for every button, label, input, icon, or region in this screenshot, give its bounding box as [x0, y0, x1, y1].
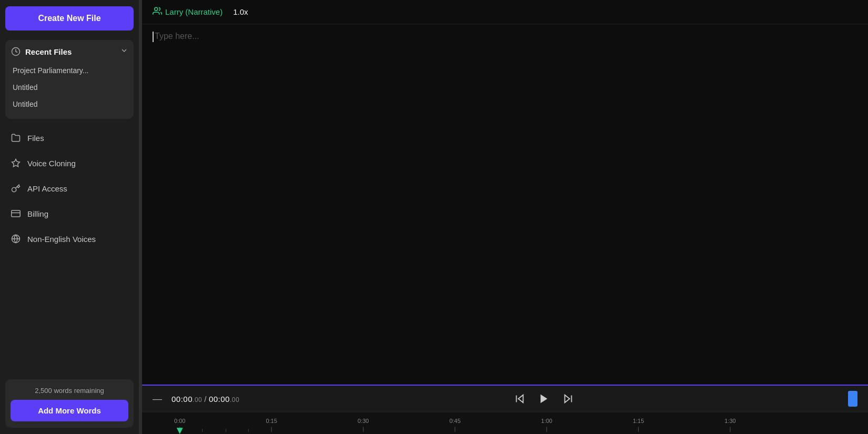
svg-text:1:30: 1:30 — [724, 418, 735, 424]
words-remaining-box: 2,500 words remaining Add More Words — [5, 379, 134, 428]
svg-rect-2 — [12, 210, 21, 217]
create-new-button[interactable]: Create New File — [5, 6, 134, 31]
translate-icon — [11, 234, 21, 244]
main-content: Larry (Narrative) 1.0x Type here... — 00… — [142, 0, 868, 434]
total-time-sub: .00 — [230, 396, 239, 403]
svg-text:1:15: 1:15 — [633, 418, 644, 424]
svg-text:0:30: 0:30 — [358, 418, 369, 424]
sidebar-item-voice-cloning-label: Voice Cloning — [27, 159, 76, 168]
total-time-main: 00:00 — [209, 395, 230, 403]
text-cursor — [153, 32, 154, 42]
transport-controls — [512, 391, 576, 407]
voice-selector[interactable]: Larry (Narrative) — [153, 6, 223, 17]
skip-back-button[interactable] — [512, 391, 528, 407]
sidebar-item-voice-cloning[interactable]: Voice Cloning — [5, 152, 134, 175]
sidebar-item-billing-label: Billing — [27, 209, 48, 218]
sparkles-icon — [11, 158, 21, 168]
recent-files-header[interactable]: Recent Files — [11, 46, 128, 57]
svg-marker-10 — [564, 395, 569, 403]
sidebar-item-files-label: Files — [27, 134, 44, 143]
key-icon — [11, 183, 21, 194]
svg-point-6 — [155, 7, 158, 11]
recent-files-title: Recent Files — [25, 47, 72, 56]
current-time-sub: .00 — [193, 396, 202, 403]
folder-icon — [11, 133, 21, 143]
svg-text:0:15: 0:15 — [266, 418, 277, 424]
speed-selector[interactable]: 1.0x — [233, 7, 248, 16]
recent-files-section: Recent Files Project Parliamentary... Un… — [5, 40, 134, 119]
voice-icon — [153, 6, 162, 17]
add-more-words-button[interactable]: Add More Words — [11, 400, 128, 421]
play-button[interactable] — [536, 391, 552, 407]
sidebar: Create New File Recent Files Proje — [0, 0, 139, 434]
voice-name-label: Larry (Narrative) — [165, 7, 223, 16]
chevron-down-icon — [120, 46, 128, 57]
sidebar-item-api-access[interactable]: API Access — [5, 177, 134, 200]
svg-marker-1 — [12, 159, 20, 167]
svg-text:1:00: 1:00 — [541, 418, 552, 424]
editor-area[interactable]: Type here... — [142, 24, 868, 385]
sidebar-item-api-access-label: API Access — [27, 184, 67, 193]
timeline[interactable]: 0:00 0:15 0:30 0:45 1:00 1:15 1:30 — [142, 412, 868, 434]
transport-bar: — 00:00 .00 / 00:00 .00 — [142, 385, 868, 412]
transport-right-indicator — [848, 391, 857, 407]
words-remaining-text: 2,500 words remaining — [11, 387, 128, 395]
recent-file-item-2[interactable]: Untitled — [11, 96, 128, 113]
time-separator: / — [204, 395, 207, 403]
nav-items: Files Voice Cloning API Access — [5, 126, 134, 379]
svg-marker-29 — [177, 428, 183, 434]
time-display: 00:00 .00 / 00:00 .00 — [171, 395, 239, 403]
svg-marker-9 — [540, 395, 547, 403]
editor-topbar: Larry (Narrative) 1.0x — [142, 0, 868, 24]
timeline-svg: 0:00 0:15 0:30 0:45 1:00 1:15 1:30 — [142, 412, 868, 434]
svg-text:0:00: 0:00 — [174, 418, 185, 424]
recent-file-item-1[interactable]: Untitled — [11, 79, 128, 96]
card-icon — [11, 208, 21, 219]
sidebar-item-non-english-voices[interactable]: Non-English Voices — [5, 227, 134, 250]
recent-file-item-0[interactable]: Project Parliamentary... — [11, 62, 128, 79]
current-time-main: 00:00 — [171, 395, 193, 403]
volume-minus-button[interactable]: — — [153, 393, 162, 405]
sidebar-item-non-english-voices-label: Non-English Voices — [27, 235, 96, 244]
sidebar-item-billing[interactable]: Billing — [5, 202, 134, 225]
skip-forward-button[interactable] — [560, 391, 576, 407]
editor-placeholder: Type here... — [155, 32, 199, 41]
clock-icon — [11, 46, 21, 57]
sidebar-item-files[interactable]: Files — [5, 126, 134, 149]
svg-marker-7 — [518, 395, 523, 403]
svg-text:0:45: 0:45 — [449, 418, 460, 424]
